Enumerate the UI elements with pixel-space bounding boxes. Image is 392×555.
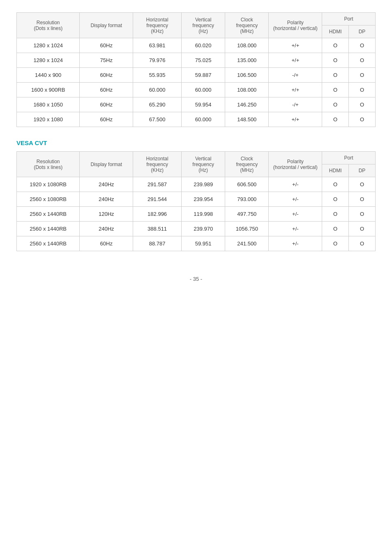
cell-hdmi: O (322, 207, 349, 222)
cell-v-freq: 239.954 (182, 192, 225, 207)
cell-polarity: +/- (269, 207, 322, 222)
cell-h-freq: 65.290 (133, 97, 182, 112)
cell-clock: 241.500 (225, 236, 269, 251)
th-h-frequency: Horizontal frequency (KHz) (133, 13, 182, 38)
cell-h-freq: 55.935 (133, 68, 182, 83)
cell-display: 60Hz (80, 68, 133, 83)
cell-display: 60Hz (80, 38, 133, 53)
cell-polarity: +/- (269, 222, 322, 236)
cell-hdmi: O (322, 38, 349, 53)
cell-dp: O (349, 53, 376, 68)
cell-h-freq: 63.981 (133, 38, 182, 53)
cell-v-freq: 60.020 (182, 38, 225, 53)
cell-v-freq: 239.970 (182, 222, 225, 236)
cell-v-freq: 239.989 (182, 177, 225, 192)
cell-v-freq: 60.000 (182, 83, 225, 97)
th2-port: Port (322, 152, 376, 164)
cell-polarity: -/+ (269, 97, 322, 112)
th2-resolution: Resolution (Dots x lines) (17, 152, 80, 177)
table-row: 1600 x 900RB 60Hz 60.000 60.000 108.000 … (17, 83, 376, 97)
th-clock-frequency: Clock frequency (MHz) (225, 13, 269, 38)
cell-dp: O (349, 38, 376, 53)
cell-dp: O (349, 112, 376, 127)
vesa-cvt-title: VESA CVT (16, 139, 376, 146)
cell-v-freq: 119.998 (182, 207, 225, 222)
cell-clock: 1056.750 (225, 222, 269, 236)
cell-display: 240Hz (80, 192, 133, 207)
th-display-format: Display format (80, 13, 133, 38)
cell-polarity: +/+ (269, 112, 322, 127)
cell-display: 240Hz (80, 222, 133, 236)
cell-polarity: -/+ (269, 68, 322, 83)
cell-clock: 146.250 (225, 97, 269, 112)
table-1: Resolution (Dots x lines) Display format… (16, 12, 376, 127)
th2-clock-frequency: Clock frequency (MHz) (225, 152, 269, 177)
cell-polarity: +/+ (269, 83, 322, 97)
cell-v-freq: 60.000 (182, 112, 225, 127)
cell-resolution: 1280 x 1024 (17, 53, 80, 68)
cell-resolution: 2560 x 1440RB (17, 207, 80, 222)
cell-clock: 106.500 (225, 68, 269, 83)
cell-dp: O (349, 236, 376, 251)
cell-clock: 108.000 (225, 83, 269, 97)
cell-resolution: 2560 x 1080RB (17, 192, 80, 207)
table-row: 1920 x 1080RB 240Hz 291.587 239.989 606.… (17, 177, 376, 192)
th-v-frequency: Vertical frequency (Hz) (182, 13, 225, 38)
cell-hdmi: O (322, 53, 349, 68)
cell-hdmi: O (322, 68, 349, 83)
cell-v-freq: 59.887 (182, 68, 225, 83)
cell-resolution: 1920 x 1080RB (17, 177, 80, 192)
cell-display: 120Hz (80, 207, 133, 222)
cell-display: 240Hz (80, 177, 133, 192)
cell-resolution: 2560 x 1440RB (17, 236, 80, 251)
table-row: 2560 x 1440RB 60Hz 88.787 59.951 241.500… (17, 236, 376, 251)
table-row: 2560 x 1080RB 240Hz 291.544 239.954 793.… (17, 192, 376, 207)
table-row: 1920 x 1080 60Hz 67.500 60.000 148.500 +… (17, 112, 376, 127)
cell-dp: O (349, 68, 376, 83)
cell-polarity: +/- (269, 177, 322, 192)
cell-hdmi: O (322, 177, 349, 192)
th2-dp: DP (349, 164, 376, 177)
cell-clock: 497.750 (225, 207, 269, 222)
cell-resolution: 1920 x 1080 (17, 112, 80, 127)
page-number: - 35 - (190, 276, 202, 282)
cell-v-freq: 75.025 (182, 53, 225, 68)
cell-h-freq: 79.976 (133, 53, 182, 68)
cell-display: 60Hz (80, 112, 133, 127)
cell-display: 60Hz (80, 236, 133, 251)
cell-hdmi: O (322, 83, 349, 97)
th2-v-frequency: Vertical frequency (Hz) (182, 152, 225, 177)
cell-clock: 148.500 (225, 112, 269, 127)
table-row: 1280 x 1024 60Hz 63.981 60.020 108.000 +… (17, 38, 376, 53)
cell-resolution: 2560 x 1440RB (17, 222, 80, 236)
cell-dp: O (349, 83, 376, 97)
table-2: Resolution (Dots x lines) Display format… (16, 151, 376, 251)
table-row: 1280 x 1024 75Hz 79.976 75.025 135.000 +… (17, 53, 376, 68)
cell-hdmi: O (322, 222, 349, 236)
cell-dp: O (349, 207, 376, 222)
cell-resolution: 1440 x 900 (17, 68, 80, 83)
cell-v-freq: 59.954 (182, 97, 225, 112)
cell-display: 75Hz (80, 53, 133, 68)
table-row: 1440 x 900 60Hz 55.935 59.887 106.500 -/… (17, 68, 376, 83)
cell-hdmi: O (322, 112, 349, 127)
table-row: 1680 x 1050 60Hz 65.290 59.954 146.250 -… (17, 97, 376, 112)
cell-clock: 606.500 (225, 177, 269, 192)
cell-h-freq: 60.000 (133, 83, 182, 97)
cell-polarity: +/+ (269, 38, 322, 53)
cell-dp: O (349, 192, 376, 207)
cell-h-freq: 388.511 (133, 222, 182, 236)
cell-clock: 135.000 (225, 53, 269, 68)
cell-resolution: 1600 x 900RB (17, 83, 80, 97)
cell-dp: O (349, 222, 376, 236)
cell-dp: O (349, 97, 376, 112)
th2-h-frequency: Horizontal frequency (KHz) (133, 152, 182, 177)
cell-dp: O (349, 177, 376, 192)
th2-polarity: Polarity (horizontal / vertical) (269, 152, 322, 177)
th-polarity: Polarity (horizontal / vertical) (269, 13, 322, 38)
cell-h-freq: 67.500 (133, 112, 182, 127)
cell-h-freq: 291.544 (133, 192, 182, 207)
cell-polarity: +/- (269, 236, 322, 251)
cell-display: 60Hz (80, 83, 133, 97)
cell-polarity: +/+ (269, 53, 322, 68)
